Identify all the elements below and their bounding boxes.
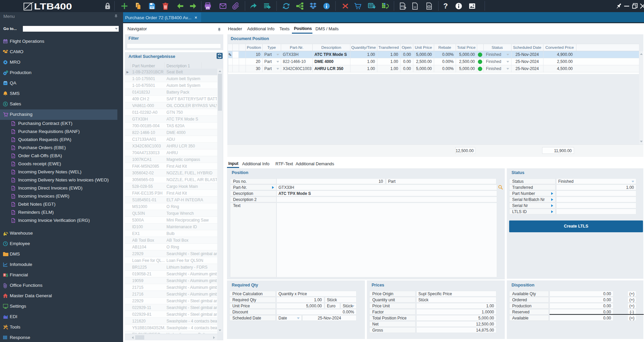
svg-text:?: ? xyxy=(443,2,448,10)
svg-text:LTB400: LTB400 xyxy=(34,1,72,11)
svg-text:$: $ xyxy=(6,273,8,277)
svg-text:EDI: EDI xyxy=(401,5,405,7)
svg-text:$: $ xyxy=(5,102,6,106)
